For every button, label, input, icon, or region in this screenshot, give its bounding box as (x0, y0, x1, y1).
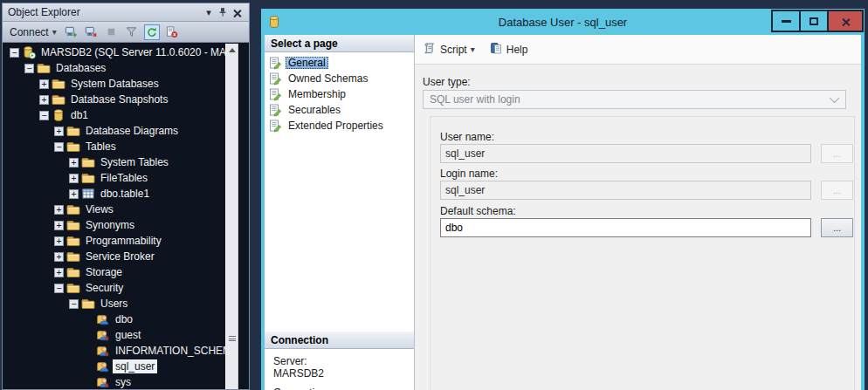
database-user-dialog: Database User - sql_user Select a page G… (261, 9, 865, 390)
refresh-icon[interactable] (144, 24, 160, 40)
expander-icon[interactable]: + (54, 127, 64, 136)
database-icon (267, 14, 281, 30)
user-icon (96, 312, 110, 326)
tree-item-guest[interactable]: guest (3, 327, 228, 343)
screen: Object Explorer ▾ Connect ▾ (0, 0, 868, 390)
tree-item-security[interactable]: − Security (3, 280, 228, 296)
page-icon (268, 87, 282, 101)
page-icon (268, 56, 282, 70)
expander-icon[interactable]: + (54, 221, 64, 230)
close-icon[interactable] (230, 6, 244, 18)
tree-item-sql-user[interactable]: sql_user (3, 359, 228, 374)
connection-info: Server: MARSDB2 Connection: (265, 349, 414, 390)
tree-item-storage[interactable]: + Storage (3, 264, 228, 280)
connect-button[interactable]: Connect ▾ (7, 25, 59, 39)
expander-icon[interactable]: − (39, 111, 49, 120)
tree-item-information-schem[interactable]: INFORMATION_SCHEM (3, 343, 228, 359)
script-button[interactable]: Script ▾ (423, 41, 475, 58)
folder-icon (66, 140, 80, 154)
tree-item-system-tables[interactable]: + System Tables (3, 154, 228, 170)
folder-icon (52, 92, 65, 106)
connection-header: Connection (265, 332, 414, 349)
disconnect-object-icon[interactable] (84, 24, 100, 40)
expander-icon[interactable]: − (24, 64, 34, 73)
expander-icon[interactable]: + (54, 236, 64, 246)
object-explorer-panel: Object Explorer ▾ Connect ▾ (2, 3, 250, 390)
expander-icon[interactable]: − (54, 284, 64, 293)
tree-item-service-broker[interactable]: + Service Broker (3, 249, 228, 264)
page-icon (268, 103, 282, 117)
script-error-icon[interactable] (164, 24, 180, 40)
tree-item-views[interactable]: + Views (3, 202, 228, 217)
page-list: General Owned Schemas Membership Securab… (265, 52, 414, 332)
tree-item-database-diagrams[interactable]: + Database Diagrams (3, 123, 228, 139)
folder-icon (66, 281, 80, 295)
default-schema-label: Default schema: (440, 205, 516, 217)
tree-item-db1[interactable]: − db1 (3, 107, 228, 123)
tree-item-dbo[interactable]: dbo (3, 311, 228, 327)
object-explorer-titlebar[interactable]: Object Explorer ▾ (2, 3, 250, 21)
expander-icon[interactable]: + (69, 189, 79, 199)
connection-label: Connection: (273, 387, 414, 390)
folder-icon (66, 124, 80, 138)
close-button[interactable] (827, 10, 864, 32)
expander-icon[interactable]: + (54, 252, 64, 262)
login-name-field (440, 181, 811, 200)
page-item-extended-properties[interactable]: Extended Properties (265, 118, 414, 133)
minimize-button[interactable] (771, 10, 801, 32)
dialog-titlebar[interactable]: Database User - sql_user (265, 9, 861, 35)
default-schema-browse-button[interactable]: ... (821, 218, 853, 237)
tree-item-database-snapshots[interactable]: + Database Snapshots (3, 92, 228, 107)
tree-item-tables[interactable]: − Tables (3, 139, 228, 154)
user-type-select: SQL user with login (423, 90, 846, 109)
tree-item-users[interactable]: − Users (3, 296, 228, 311)
user-type-label: User type: (423, 76, 471, 88)
default-schema-field[interactable] (440, 218, 811, 237)
auto-hide-pin-icon[interactable] (216, 6, 230, 18)
tree-item-marsdb2-sql-server-11-0-6020-mar[interactable]: − MARSDB2 (SQL Server 11.0.6020 - MARSD (3, 44, 228, 60)
page-item-membership[interactable]: Membership (265, 86, 414, 102)
folder-icon (66, 234, 80, 248)
help-button[interactable]: Help (489, 41, 528, 58)
connect-object-icon[interactable] (64, 24, 79, 40)
filter-icon[interactable] (124, 24, 140, 40)
tree-item-dbo-table1[interactable]: + dbo.table1 (3, 186, 228, 202)
user-disabled-icon (96, 375, 110, 389)
tree-item-programmability[interactable]: + Programmability (3, 233, 228, 249)
page-item-securables[interactable]: Securables (265, 102, 414, 118)
tree-item-databases[interactable]: − Databases (3, 60, 228, 76)
vertical-scrollbar[interactable] (225, 44, 238, 390)
expander-icon[interactable]: + (69, 174, 79, 183)
window-position-menu-icon[interactable]: ▾ (202, 6, 216, 18)
page-item-general[interactable]: General (265, 55, 414, 71)
minimize-icon (782, 20, 791, 23)
user-name-label: User name: (440, 131, 494, 143)
scrollbar-grip[interactable] (229, 336, 236, 341)
expander-icon[interactable]: + (54, 268, 64, 277)
folder-icon (81, 297, 95, 311)
expander-icon[interactable]: − (10, 48, 19, 58)
tree-item-system-databases[interactable]: + System Databases (3, 76, 228, 92)
tree-item-sys[interactable]: sys (3, 374, 228, 390)
folder-icon (52, 77, 65, 91)
tree-item-filetables[interactable]: + FileTables (3, 170, 228, 186)
page-item-owned-schemas[interactable]: Owned Schemas (265, 71, 414, 86)
user-disabled-icon (96, 344, 110, 358)
maximize-icon (809, 17, 818, 25)
maximize-button[interactable] (799, 10, 829, 32)
user-name-field (440, 144, 811, 163)
page-icon (268, 72, 282, 86)
tree-item-synonyms[interactable]: + Synonyms (3, 217, 228, 233)
expander-icon[interactable]: + (69, 158, 79, 168)
expander-icon[interactable]: − (69, 299, 79, 309)
expander-icon[interactable]: + (54, 205, 64, 215)
folder-icon (37, 61, 51, 75)
expander-icon[interactable]: + (39, 95, 49, 105)
user-disabled-icon (96, 328, 110, 342)
expander-icon[interactable]: − (54, 142, 64, 152)
database-icon (52, 108, 65, 122)
scroll-up-icon[interactable] (229, 48, 236, 52)
expander-icon[interactable]: + (39, 79, 49, 89)
script-dropdown-icon[interactable]: ▾ (471, 44, 475, 54)
chevron-down-icon (830, 93, 839, 103)
